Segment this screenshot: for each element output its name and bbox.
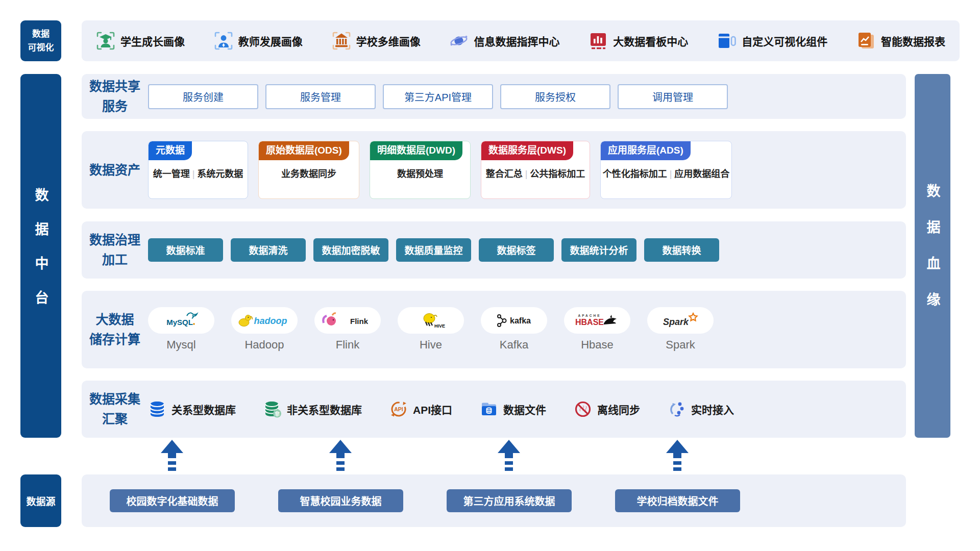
kafka-logo: kafka bbox=[481, 307, 547, 334]
collection-item-api: API API接口 bbox=[389, 400, 452, 418]
data-standard-button[interactable]: 数据标准 bbox=[148, 238, 223, 262]
spark-logo: Spark bbox=[647, 307, 714, 334]
asset-card-metadata: 元数据 统一管理|系统元数据 bbox=[148, 141, 248, 199]
row-data-governance: 数据治理 加工 数据标准 数据清洗 数据加密脱敏 数据质量监控 数据标签 数据统… bbox=[82, 221, 906, 279]
dashboard-center-icon bbox=[589, 31, 608, 51]
viz-item-dashboard-center[interactable]: 大数据看板中心 bbox=[589, 31, 688, 51]
student-portrait-icon bbox=[96, 31, 115, 51]
storage-item-mysql: MySQL Mysql bbox=[148, 307, 214, 352]
relational-db-icon bbox=[148, 400, 166, 418]
hbase-logo: APACHE HBASE bbox=[564, 307, 630, 334]
service-manage-button[interactable]: 服务管理 bbox=[265, 84, 376, 109]
storage-item-spark: Spark Spark bbox=[647, 307, 714, 352]
viz-item-command-center[interactable]: 信息数据指挥中心 bbox=[449, 31, 559, 51]
data-quality-button[interactable]: 数据质量监控 bbox=[396, 238, 471, 262]
api-icon: API bbox=[389, 400, 408, 418]
hive-logo: HIVE bbox=[398, 307, 464, 334]
storage-item-hive: HIVE Hive bbox=[398, 307, 464, 352]
collection-label: API接口 bbox=[413, 402, 452, 417]
smart-report-icon bbox=[856, 31, 876, 51]
asset-tag: 原始数据层(ODS) bbox=[259, 141, 349, 160]
storage-item-flink: Flink Flink bbox=[314, 307, 381, 352]
viz-item-label: 大数据看板中心 bbox=[613, 33, 688, 48]
asset-tag: 数据服务层(DWS) bbox=[481, 141, 573, 160]
svg-text:Spark: Spark bbox=[663, 317, 689, 327]
viz-item-teacher-portrait[interactable]: 教师发展画像 bbox=[214, 31, 303, 51]
asset-card-ads: 应用服务层(ADS) 个性化指标加工|应用数据组合 bbox=[600, 141, 732, 199]
call-manage-button[interactable]: 调用管理 bbox=[618, 84, 728, 109]
school-portrait-icon bbox=[332, 31, 351, 51]
svg-text:API: API bbox=[394, 406, 403, 412]
realtime-access-icon bbox=[668, 400, 686, 418]
nonrelational-db-icon: 非 bbox=[263, 400, 282, 418]
row-bigdata-storage: 大数据 储存计算 MySQL Mysql bbox=[82, 291, 906, 368]
storage-name: Hadoop bbox=[244, 338, 284, 352]
data-stats-button[interactable]: 数据统计分析 bbox=[561, 238, 636, 262]
data-transform-button[interactable]: 数据转换 bbox=[644, 238, 719, 262]
asset-card-dwd: 明细数据层(DWD) 数据预处理 bbox=[370, 141, 471, 199]
collection-item-data-file: 数据文件 bbox=[480, 400, 546, 418]
storage-name: Hive bbox=[420, 338, 442, 352]
source-smart-campus-button[interactable]: 智慧校园业务数据 bbox=[278, 489, 403, 512]
collection-label: 非关系型数据库 bbox=[287, 402, 362, 417]
row-data-assets: 数据资产 元数据 统一管理|系统元数据 原始数据层(ODS) 业务数据同步 明细… bbox=[82, 131, 906, 209]
data-tag-button[interactable]: 数据标签 bbox=[479, 238, 554, 262]
storage-name: Spark bbox=[666, 338, 695, 352]
flink-logo: Flink bbox=[314, 307, 381, 334]
data-encrypt-button[interactable]: 数据加密脱敏 bbox=[313, 238, 388, 262]
rail-data-platform: 数据中台 bbox=[20, 74, 61, 438]
svg-text:非: 非 bbox=[275, 411, 280, 417]
asset-tag: 明细数据层(DWD) bbox=[370, 141, 462, 160]
row-label-governance: 数据治理 加工 bbox=[82, 230, 148, 270]
third-party-api-button[interactable]: 第三方API管理 bbox=[383, 84, 493, 109]
up-arrow-icon bbox=[329, 440, 352, 472]
custom-component-icon bbox=[717, 31, 737, 51]
svg-text:Flink: Flink bbox=[350, 317, 369, 325]
asset-body: 业务数据同步 bbox=[259, 166, 359, 180]
asset-tag: 元数据 bbox=[149, 141, 192, 160]
row-label-storage: 大数据 储存计算 bbox=[82, 310, 148, 349]
collection-item-relational-db: 关系型数据库 bbox=[148, 400, 236, 418]
collection-item-nonrelational-db: 非 非关系型数据库 bbox=[263, 400, 362, 418]
storage-item-hadoop: hadoop Hadoop bbox=[231, 307, 298, 352]
up-arrow-icon bbox=[666, 440, 689, 472]
service-create-button[interactable]: 服务创建 bbox=[148, 84, 258, 109]
viz-item-label: 自定义可视化组件 bbox=[742, 33, 827, 48]
collection-label: 离线同步 bbox=[597, 402, 640, 417]
viz-item-school-portrait[interactable]: 学校多维画像 bbox=[332, 31, 421, 51]
asset-body: 统一管理|系统元数据 bbox=[149, 166, 248, 180]
offline-sync-icon bbox=[574, 400, 592, 418]
service-auth-button[interactable]: 服务授权 bbox=[500, 84, 610, 109]
svg-text:MySQL: MySQL bbox=[166, 318, 193, 327]
data-clean-button[interactable]: 数据清洗 bbox=[231, 238, 306, 262]
row-label-assets: 数据资产 bbox=[82, 160, 148, 180]
storage-name: Flink bbox=[336, 338, 359, 352]
rail-data-visualization: 数据 可视化 bbox=[20, 20, 61, 61]
rail-data-source: 数据源 bbox=[20, 474, 61, 527]
source-third-party-button[interactable]: 第三方应用系统数据 bbox=[447, 489, 572, 512]
storage-name: Hbase bbox=[581, 338, 614, 352]
viz-item-student-portrait[interactable]: 学生成长画像 bbox=[96, 31, 185, 51]
viz-item-custom-component[interactable]: 自定义可视化组件 bbox=[717, 31, 827, 51]
svg-text:hadoop: hadoop bbox=[254, 316, 287, 326]
architecture-diagram: 数据 可视化 数据中台 数据源 数据血缘 学生成长画像 bbox=[0, 0, 980, 551]
viz-item-label: 智能数据报表 bbox=[881, 33, 945, 48]
source-archive-file-button[interactable]: 学校归档数据文件 bbox=[615, 489, 740, 512]
storage-name: Mysql bbox=[166, 338, 195, 352]
source-campus-digital-button[interactable]: 校园数字化基础数据 bbox=[110, 489, 235, 512]
hadoop-logo: hadoop bbox=[231, 307, 298, 334]
row-label-collection: 数据采集 汇聚 bbox=[82, 389, 148, 429]
collection-label: 数据文件 bbox=[503, 402, 546, 417]
collection-item-offline-sync: 离线同步 bbox=[574, 400, 640, 418]
viz-item-label: 教师发展画像 bbox=[238, 33, 303, 48]
svg-text:HBASE: HBASE bbox=[575, 318, 604, 327]
row-data-sharing-service: 数据共享 服务 服务创建 服务管理 第三方API管理 服务授权 调用管理 bbox=[82, 74, 906, 119]
mysql-logo: MySQL bbox=[148, 307, 214, 334]
data-file-icon bbox=[480, 400, 498, 418]
storage-name: Kafka bbox=[500, 338, 528, 352]
asset-body: 数据预处理 bbox=[370, 166, 470, 180]
asset-tag: 应用服务层(ADS) bbox=[601, 141, 691, 160]
visualization-bar: 学生成长画像 教师发展画像 bbox=[82, 20, 960, 61]
viz-item-smart-report[interactable]: 智能数据报表 bbox=[856, 31, 945, 51]
up-arrow-icon bbox=[498, 440, 520, 472]
